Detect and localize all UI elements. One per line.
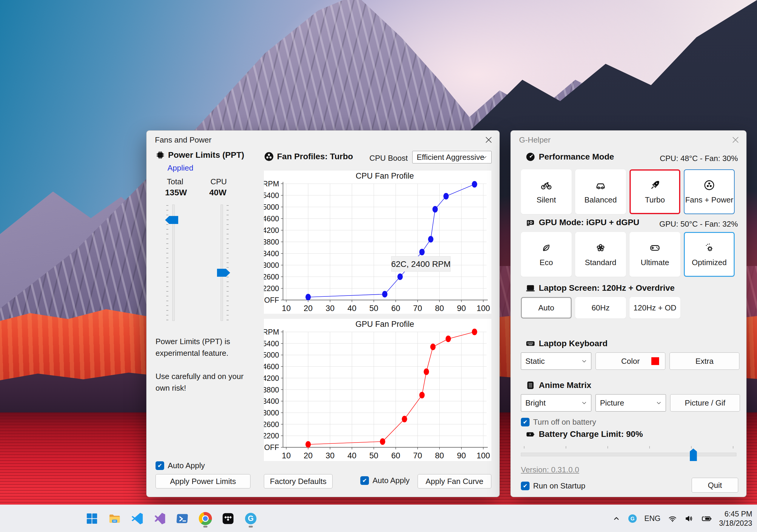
matrix-controls-row: Bright Picture Picture / Gif xyxy=(521,394,740,411)
svg-text:4200: 4200 xyxy=(264,374,279,382)
mode-button-optimized[interactable]: Optimized xyxy=(684,232,735,277)
taskbar-tidal-button[interactable] xyxy=(219,509,238,528)
mode-label: Standard xyxy=(585,258,617,267)
system-tray: G ENG 6:45 PM 3/18/2023 xyxy=(612,505,752,532)
taskbar-powershell-button[interactable] xyxy=(173,509,192,528)
wifi-icon[interactable] xyxy=(668,514,677,523)
svg-text:2600: 2600 xyxy=(264,272,279,281)
option-button-auto[interactable]: Auto xyxy=(521,297,572,319)
apply-power-limits-button[interactable]: Apply Power Limits xyxy=(156,474,251,489)
volume-icon[interactable] xyxy=(684,514,694,523)
leaf-icon xyxy=(540,242,552,254)
mode-button-ultimate[interactable]: Ultimate xyxy=(629,232,680,277)
svg-text:80: 80 xyxy=(435,451,444,460)
matrix-battery-checkbox[interactable]: ✔ Turn off on battery xyxy=(521,417,596,427)
taskbar-chrome-button[interactable] xyxy=(196,509,215,528)
checkbox-checked-icon: ✔ xyxy=(521,418,530,427)
taskbar-app-icons: G xyxy=(82,505,260,532)
svg-text:10: 10 xyxy=(282,451,291,460)
svg-text:2600: 2600 xyxy=(264,420,279,429)
mode-button-silent[interactable]: Silent xyxy=(521,169,572,214)
cpu-power-slider[interactable] xyxy=(213,205,231,330)
matrix-mode-select[interactable]: Picture xyxy=(595,394,666,411)
auto-apply-power-checkbox[interactable]: ✔ Auto Apply xyxy=(156,461,205,470)
mode-button-turbo[interactable]: Turbo xyxy=(629,169,680,214)
battery-limit-slider[interactable] xyxy=(521,446,737,462)
option-button-120hz-od[interactable]: 120Hz + OD xyxy=(629,297,680,319)
gpu-fan-curve-chart[interactable]: GPU Fan ProfileOFF2200260030003400380042… xyxy=(264,319,491,461)
battery-charging-icon[interactable] xyxy=(701,513,712,524)
apply-fan-curve-button[interactable]: Apply Fan Curve xyxy=(418,474,491,489)
fans-and-power-window: Fans and Power Power Limits (PPT) Applie… xyxy=(146,130,500,497)
ghelper-window-title: G-Helper xyxy=(519,135,550,145)
close-icon[interactable] xyxy=(483,134,495,146)
cpu-boost-select[interactable]: Efficient Aggressive xyxy=(412,151,492,163)
matrix-picture-gif-button[interactable]: Picture / Gif xyxy=(670,394,740,411)
fans-window-titlebar[interactable]: Fans and Power xyxy=(147,131,500,148)
clock[interactable]: 6:45 PM 3/18/2023 xyxy=(719,509,752,528)
svg-text:5400: 5400 xyxy=(264,339,279,348)
run-on-startup-checkbox[interactable]: ✔ Run on Startup xyxy=(521,481,585,490)
chrome-icon xyxy=(199,512,212,525)
svg-text:40: 40 xyxy=(348,304,356,313)
keyboard-icon xyxy=(526,339,535,348)
mode-button-eco[interactable]: Eco xyxy=(521,232,572,277)
taskbar-start-button[interactable] xyxy=(82,509,102,528)
version-link[interactable]: Version: 0.31.0.0 xyxy=(521,465,579,474)
taskbar-vscode-button[interactable] xyxy=(128,509,147,528)
svg-text:2200: 2200 xyxy=(264,432,279,440)
close-icon[interactable] xyxy=(730,134,742,146)
cpu-temp-status: CPU: 48°C - Fan: 30% xyxy=(660,154,738,163)
svg-text:4600: 4600 xyxy=(264,362,279,371)
mode-label: Eco xyxy=(540,258,553,267)
color-swatch xyxy=(651,357,659,365)
keyboard-mode-select[interactable]: Static xyxy=(521,352,591,370)
ghelper-tray-icon[interactable]: G xyxy=(628,514,637,523)
power-limits-note-1: Power Limits (PPT) is experimental featu… xyxy=(156,336,251,359)
slider-track[interactable] xyxy=(221,205,223,321)
svg-text:OFF: OFF xyxy=(264,296,279,304)
ghelper-window: G-Helper Performance Mode CPU: 48°C - Fa… xyxy=(510,130,746,497)
fan-outline-icon xyxy=(703,179,715,191)
svg-text:40: 40 xyxy=(348,451,356,460)
svg-text:62C, 2400 RPM: 62C, 2400 RPM xyxy=(391,260,450,269)
chip-icon xyxy=(156,150,165,160)
svg-text:5400: 5400 xyxy=(264,191,279,200)
auto-apply-fan-checkbox[interactable]: ✔ Auto Apply xyxy=(360,476,409,485)
svg-text:90: 90 xyxy=(457,451,466,460)
cpu-value: 40W xyxy=(209,188,227,197)
cpu-fan-curve-chart[interactable]: CPU Fan ProfileOFF2200260030003400380042… xyxy=(264,171,491,314)
battery-slider-thumb[interactable] xyxy=(690,449,697,461)
matrix-icon xyxy=(526,380,535,390)
svg-text:CPU Fan Profile: CPU Fan Profile xyxy=(355,172,414,181)
matrix-brightness-select[interactable]: Bright xyxy=(521,394,591,411)
keyboard-controls-row: Static Color Extra xyxy=(521,352,740,370)
taskbar-visual-studio-button[interactable] xyxy=(150,509,169,528)
keyboard-extra-button[interactable]: Extra xyxy=(670,352,740,370)
svg-text:60: 60 xyxy=(391,304,400,313)
svg-text:100: 100 xyxy=(476,451,490,460)
slider-track[interactable] xyxy=(521,453,737,456)
performance-mode-heading: Performance Mode xyxy=(526,152,614,162)
mode-label: Turbo xyxy=(645,195,665,205)
slider-ticks xyxy=(524,446,733,449)
taskbar-g-helper-button[interactable]: G xyxy=(241,509,260,528)
total-power-slider[interactable] xyxy=(165,205,182,330)
svg-text:50: 50 xyxy=(369,451,378,460)
keyboard-color-button[interactable]: Color xyxy=(595,352,665,370)
ghelper-titlebar[interactable]: G-Helper xyxy=(511,131,746,148)
svg-text:5000: 5000 xyxy=(264,203,279,211)
caret-up-icon[interactable] xyxy=(612,515,621,523)
quit-button[interactable]: Quit xyxy=(692,478,738,493)
option-button-60hz[interactable]: 60Hz xyxy=(575,297,626,319)
language-indicator[interactable]: ENG xyxy=(645,514,661,523)
mode-label: Ultimate xyxy=(641,258,669,267)
taskbar-file-explorer-button[interactable] xyxy=(105,509,124,528)
mode-button-balanced[interactable]: Balanced xyxy=(575,169,626,214)
running-indicator xyxy=(249,526,253,527)
factory-defaults-button[interactable]: Factory Defaults xyxy=(264,474,333,489)
mode-button-standard[interactable]: Standard xyxy=(575,232,626,277)
fan-profiles-heading: Fan Profiles: Turbo xyxy=(264,152,353,162)
chevron-down-icon xyxy=(581,400,588,406)
mode-button-fans-power[interactable]: Fans + Power xyxy=(684,169,735,214)
